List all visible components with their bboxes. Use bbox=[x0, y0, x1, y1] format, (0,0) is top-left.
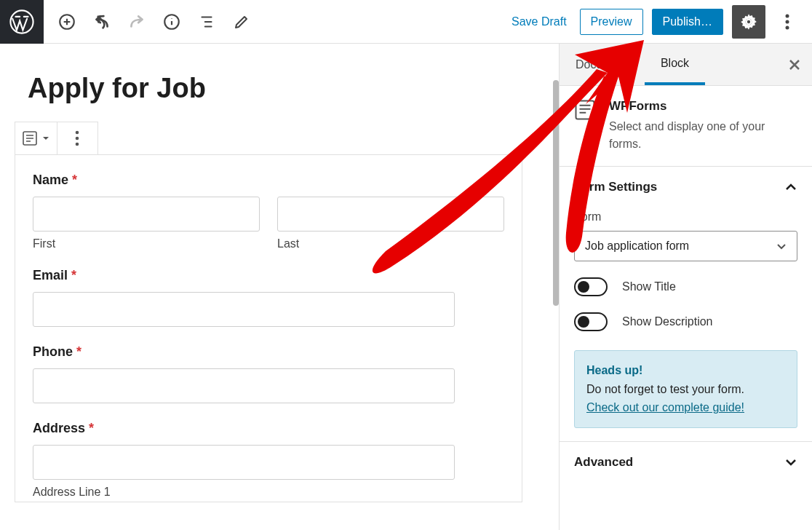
address-line1-input[interactable] bbox=[33, 445, 455, 480]
sidebar-tabs: Document Block bbox=[560, 44, 812, 86]
advanced-title: Advanced bbox=[574, 455, 633, 470]
more-options-button[interactable] bbox=[774, 5, 800, 39]
block-more-button[interactable] bbox=[57, 122, 98, 154]
toolbar-left-icons bbox=[44, 4, 259, 39]
page-title[interactable]: Apply for Job bbox=[28, 73, 531, 104]
editor-canvas: Apply for Job Name * First bbox=[0, 44, 559, 530]
show-title-label: Show Title bbox=[622, 280, 676, 293]
svg-rect-10 bbox=[576, 101, 594, 119]
svg-point-4 bbox=[786, 20, 789, 23]
block-description: Select and display one of your forms. bbox=[609, 118, 797, 153]
last-sublabel: Last bbox=[277, 237, 504, 250]
block-info-panel: WPForms Select and display one of your f… bbox=[560, 86, 812, 167]
outline-button[interactable] bbox=[189, 4, 224, 39]
block-type-button[interactable] bbox=[15, 122, 57, 154]
toolbar-right: Save Draft Preview Publish… bbox=[507, 5, 812, 39]
form-settings-title: Form Settings bbox=[574, 180, 657, 194]
add-block-button[interactable] bbox=[49, 4, 84, 39]
settings-sidebar: Document Block WPForms Select and displa… bbox=[559, 44, 812, 530]
form-settings-toggle[interactable]: Form Settings bbox=[574, 180, 797, 194]
phone-label: Phone * bbox=[33, 344, 504, 360]
info-button[interactable] bbox=[154, 4, 189, 39]
svg-point-3 bbox=[786, 14, 789, 17]
scrollbar[interactable] bbox=[553, 80, 559, 306]
phone-input[interactable] bbox=[33, 368, 455, 403]
save-draft-button[interactable]: Save Draft bbox=[507, 15, 571, 28]
svg-point-5 bbox=[786, 25, 789, 29]
test-form-notice: Heads up! Do not forget to test your for… bbox=[574, 350, 797, 428]
redo-button[interactable] bbox=[119, 4, 154, 39]
email-input[interactable] bbox=[33, 292, 455, 327]
email-field: Email * bbox=[33, 268, 504, 327]
first-sublabel: First bbox=[33, 237, 260, 250]
form-preview: Name * First Last Email * Phone * bbox=[15, 154, 522, 502]
svg-point-7 bbox=[76, 131, 79, 135]
email-label: Email * bbox=[33, 268, 504, 283]
preview-button[interactable]: Preview bbox=[580, 9, 643, 35]
first-name-input[interactable] bbox=[33, 197, 260, 232]
tab-block[interactable]: Block bbox=[645, 44, 705, 85]
close-sidebar-button[interactable] bbox=[777, 44, 812, 85]
advanced-toggle[interactable]: Advanced bbox=[574, 455, 797, 470]
chevron-down-icon bbox=[784, 456, 797, 469]
tab-document[interactable]: Document bbox=[560, 44, 645, 85]
phone-field: Phone * bbox=[33, 344, 504, 403]
svg-point-9 bbox=[76, 143, 79, 146]
form-select-label: Form bbox=[574, 210, 797, 224]
name-label: Name * bbox=[33, 173, 504, 188]
editor-toolbar: Save Draft Preview Publish… bbox=[0, 0, 812, 44]
svg-point-8 bbox=[76, 137, 79, 141]
chevron-up-icon bbox=[784, 181, 797, 194]
show-title-toggle[interactable] bbox=[574, 277, 608, 296]
address-label: Address * bbox=[33, 421, 504, 436]
wordpress-logo-icon[interactable] bbox=[0, 0, 44, 44]
chevron-down-icon bbox=[776, 241, 787, 251]
edit-button[interactable] bbox=[224, 4, 259, 39]
show-description-toggle[interactable] bbox=[574, 312, 608, 331]
publish-button[interactable]: Publish… bbox=[652, 9, 723, 35]
address-field: Address * Address Line 1 bbox=[33, 421, 504, 499]
block-toolbar bbox=[15, 122, 98, 155]
last-name-input[interactable] bbox=[277, 197, 504, 232]
notice-text: Do not forget to test your form. bbox=[586, 380, 785, 399]
address-line1-sublabel: Address Line 1 bbox=[33, 486, 504, 499]
form-select[interactable]: Job application form bbox=[574, 231, 797, 261]
block-name: WPForms bbox=[609, 99, 797, 114]
form-settings-panel: Form Settings Form Job application form … bbox=[560, 167, 812, 442]
wpforms-icon bbox=[574, 99, 597, 122]
advanced-panel: Advanced bbox=[560, 442, 812, 483]
show-description-toggle-row: Show Description bbox=[574, 312, 797, 331]
show-description-label: Show Description bbox=[622, 315, 713, 328]
notice-title: Heads up! bbox=[586, 361, 785, 380]
name-field: Name * First Last bbox=[33, 173, 504, 250]
notice-link[interactable]: Check out our complete guide! bbox=[586, 401, 744, 414]
main-area: Apply for Job Name * First bbox=[0, 44, 812, 530]
show-title-toggle-row: Show Title bbox=[574, 277, 797, 296]
settings-button[interactable] bbox=[732, 5, 765, 39]
undo-button[interactable] bbox=[84, 4, 119, 39]
